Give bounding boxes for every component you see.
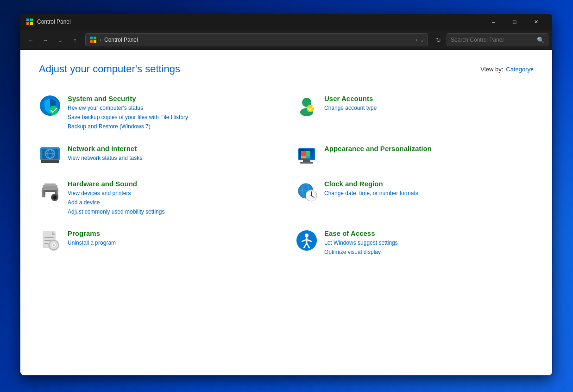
network-internet-content: Network and Internet View network status… bbox=[68, 145, 277, 163]
programs-links: Uninstall a program bbox=[68, 239, 277, 247]
review-computer-status-link[interactable]: Review your computer's status bbox=[68, 104, 277, 113]
window-title: Control Panel bbox=[37, 19, 483, 25]
title-bar: Control Panel – □ ✕ bbox=[20, 14, 552, 30]
svg-rect-3 bbox=[30, 22, 33, 25]
svg-rect-23 bbox=[303, 160, 310, 162]
hardware-sound-title[interactable]: Hardware and Sound bbox=[68, 180, 277, 188]
control-panel-window: Control Panel – □ ✕ ← → ⌄ ↑ › Control Pa… bbox=[20, 14, 552, 375]
address-path: Control Panel bbox=[104, 37, 413, 43]
programs-title[interactable]: Programs bbox=[68, 229, 277, 237]
user-accounts-title[interactable]: User Accounts bbox=[324, 95, 534, 102]
categories-grid: System and Security Review your computer… bbox=[39, 88, 534, 264]
address-bar-icon bbox=[89, 36, 97, 44]
search-input[interactable] bbox=[451, 37, 534, 43]
window-icon bbox=[26, 18, 33, 25]
back-button[interactable]: ← bbox=[24, 33, 37, 46]
up-button[interactable]: ↑ bbox=[69, 33, 82, 46]
svg-rect-1 bbox=[30, 19, 33, 21]
close-button[interactable]: ✕ bbox=[525, 14, 547, 30]
view-by-control: View by: Category▾ bbox=[480, 66, 534, 73]
system-security-content: System and Security Review your computer… bbox=[68, 95, 277, 132]
page-header: Adjust your computer's settings View by:… bbox=[39, 63, 534, 75]
hardware-sound-content: Hardware and Sound View devices and prin… bbox=[68, 180, 277, 217]
category-system-security: System and Security Review your computer… bbox=[39, 88, 277, 138]
clock-region-title[interactable]: Clock and Region bbox=[324, 180, 534, 188]
address-separator-2: › bbox=[416, 37, 417, 43]
content-area: Adjust your computer's settings View by:… bbox=[20, 50, 552, 375]
hardware-sound-icon bbox=[39, 180, 61, 202]
page-title: Adjust your computer's settings bbox=[39, 63, 180, 75]
uninstall-program-link[interactable]: Uninstall a program bbox=[68, 239, 277, 247]
search-icon: 🔍 bbox=[537, 37, 544, 44]
let-windows-suggest-link[interactable]: Let Windows suggest settings bbox=[324, 239, 534, 247]
backup-restore-link[interactable]: Backup and Restore (Windows 7) bbox=[68, 122, 277, 131]
svg-point-55 bbox=[53, 244, 55, 246]
ease-of-access-content: Ease of Access Let Windows suggest setti… bbox=[324, 229, 534, 257]
category-appearance-personalization: Appearance and Personalization bbox=[296, 138, 534, 173]
svg-point-46 bbox=[311, 195, 312, 196]
optimize-visual-display-link[interactable]: Optimize visual display bbox=[324, 248, 534, 257]
svg-rect-28 bbox=[306, 156, 310, 158]
view-network-status-link[interactable]: View network status and tasks bbox=[68, 154, 277, 163]
recent-locations-button[interactable]: ⌄ bbox=[54, 33, 67, 46]
system-security-links: Review your computer's status Save backu… bbox=[68, 104, 277, 132]
svg-rect-26 bbox=[306, 151, 310, 156]
user-accounts-content: User Accounts Change account type bbox=[324, 95, 534, 113]
category-user-accounts: User Accounts Change account type bbox=[296, 88, 534, 138]
category-network-internet: Network and Internet View network status… bbox=[39, 138, 277, 173]
appearance-content: Appearance and Personalization bbox=[324, 145, 534, 154]
ease-of-access-title[interactable]: Ease of Access bbox=[324, 229, 534, 237]
view-by-dropdown[interactable]: Category▾ bbox=[506, 66, 534, 73]
maximize-button[interactable]: □ bbox=[504, 14, 525, 30]
ease-of-access-links: Let Windows suggest settings Optimize vi… bbox=[324, 239, 534, 257]
window-controls: – □ ✕ bbox=[483, 14, 547, 30]
mobility-settings-link[interactable]: Adjust commonly used mobility settings bbox=[68, 208, 277, 216]
forward-button[interactable]: → bbox=[39, 33, 52, 46]
change-date-time-link[interactable]: Change date, time, or number formats bbox=[324, 189, 534, 198]
programs-icon bbox=[39, 229, 61, 252]
clock-region-icon bbox=[296, 180, 318, 202]
svg-rect-27 bbox=[301, 156, 306, 158]
add-device-link[interactable]: Add a device bbox=[68, 198, 277, 207]
category-ease-of-access: Ease of Access Let Windows suggest setti… bbox=[296, 223, 534, 263]
view-by-label: View by: bbox=[480, 66, 503, 73]
programs-content: Programs Uninstall a program bbox=[68, 229, 277, 247]
file-history-link[interactable]: Save backup copies of your files with Fi… bbox=[68, 113, 277, 122]
address-dropdown-icon: ⌄ bbox=[420, 38, 424, 43]
category-clock-region: Clock and Region Change date, time, or n… bbox=[296, 173, 534, 223]
view-devices-printers-link[interactable]: View devices and printers bbox=[68, 189, 277, 198]
svg-point-37 bbox=[54, 196, 55, 197]
svg-rect-5 bbox=[94, 37, 96, 39]
minimize-button[interactable]: – bbox=[483, 14, 504, 30]
search-bar[interactable]: 🔍 bbox=[447, 33, 548, 46]
clock-region-links: Change date, time, or number formats bbox=[324, 189, 534, 198]
category-programs: Programs Uninstall a program bbox=[39, 223, 277, 263]
svg-rect-32 bbox=[44, 183, 56, 186]
svg-rect-0 bbox=[26, 19, 29, 21]
address-bar[interactable]: › Control Panel › ⌄ bbox=[85, 33, 428, 46]
svg-rect-24 bbox=[300, 162, 313, 164]
category-hardware-sound: Hardware and Sound View devices and prin… bbox=[39, 173, 277, 223]
svg-rect-6 bbox=[90, 40, 93, 43]
network-internet-links: View network status and tasks bbox=[68, 154, 277, 163]
system-security-title[interactable]: System and Security bbox=[68, 95, 277, 102]
svg-rect-2 bbox=[26, 22, 29, 25]
user-accounts-icon bbox=[296, 95, 318, 117]
address-separator: › bbox=[100, 37, 101, 43]
clock-region-content: Clock and Region Change date, time, or n… bbox=[324, 180, 534, 198]
ease-of-access-icon bbox=[296, 229, 318, 252]
system-security-icon bbox=[39, 95, 61, 117]
view-by-chevron-icon: ▾ bbox=[530, 66, 534, 73]
toolbar: ← → ⌄ ↑ › Control Panel › ⌄ ↻ 🔍 bbox=[20, 30, 552, 50]
network-internet-title[interactable]: Network and Internet bbox=[68, 145, 277, 152]
appearance-title[interactable]: Appearance and Personalization bbox=[324, 145, 534, 152]
hardware-sound-links: View devices and printers Add a device A… bbox=[68, 189, 277, 217]
svg-rect-4 bbox=[90, 37, 93, 39]
refresh-button[interactable]: ↻ bbox=[432, 33, 445, 46]
svg-rect-25 bbox=[301, 151, 306, 156]
svg-rect-7 bbox=[94, 40, 96, 43]
user-accounts-links: Change account type bbox=[324, 104, 534, 113]
change-account-type-link[interactable]: Change account type bbox=[324, 104, 534, 113]
appearance-icon bbox=[296, 145, 318, 167]
svg-point-36 bbox=[53, 196, 56, 199]
